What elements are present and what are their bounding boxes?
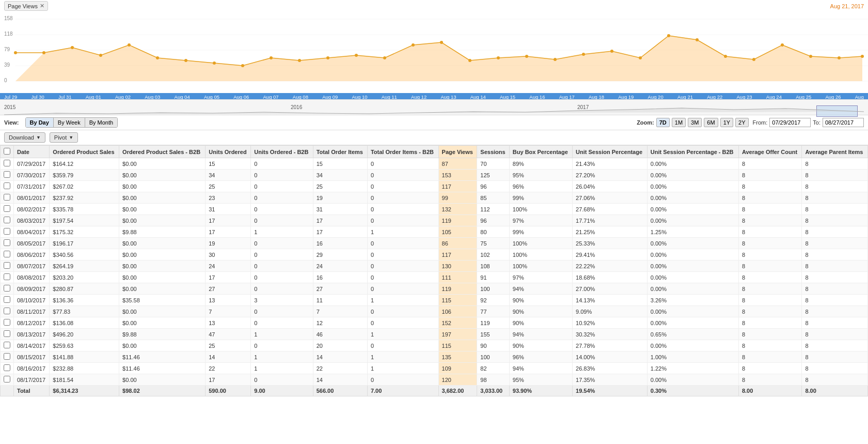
table-cell: 95% (509, 374, 572, 386)
col-total-order-items[interactable]: Total Order Items (313, 146, 367, 158)
table-cell: 12 (313, 317, 367, 329)
table-cell: 100 (477, 283, 509, 295)
svg-point-32 (610, 50, 613, 53)
table-cell: 102 (477, 249, 509, 261)
table-cell: 8 (802, 374, 868, 386)
col-sessions[interactable]: Sessions (477, 146, 509, 158)
table-cell: 27 (313, 283, 367, 295)
table-cell: 8 (738, 249, 801, 261)
table-cell: 8 (802, 181, 868, 192)
from-date-input[interactable] (769, 118, 811, 127)
view-by-day-button[interactable]: By Day (26, 118, 54, 127)
col-average-parent-items[interactable]: Average Parent Items (802, 146, 868, 158)
table-cell: 17 (313, 215, 367, 226)
view-button-group: By Day By Week By Month (25, 117, 118, 128)
to-date-input[interactable] (823, 118, 864, 127)
table-cell: 132 (438, 204, 477, 215)
table-body: 07/29/2017$164.12$0.00150150877089%21.43… (1, 158, 868, 386)
table-cell: 0 (251, 261, 313, 272)
table-cell: 8 (738, 215, 801, 226)
table-cell: 90% (509, 306, 572, 317)
table-cell: 1 (367, 295, 438, 306)
row-checkbox[interactable] (4, 239, 10, 246)
table-cell: 152 (438, 317, 477, 329)
select-all-checkbox-col[interactable] (1, 146, 14, 158)
row-checkbox[interactable] (4, 194, 10, 201)
table-cell: 24 (313, 261, 367, 272)
table-cell: 08/01/2017 (14, 192, 50, 204)
col-date[interactable]: Date (14, 146, 50, 158)
svg-point-31 (582, 53, 585, 56)
row-checkbox[interactable] (4, 330, 10, 337)
col-page-views[interactable]: Page Views (438, 146, 477, 158)
table-cell: 112 (477, 204, 509, 215)
svg-point-29 (525, 55, 528, 58)
row-checkbox[interactable] (4, 376, 10, 382)
table-cell: 100% (509, 204, 572, 215)
row-checkbox[interactable] (4, 228, 10, 235)
col-unit-session-percentage[interactable]: Unit Session Percentage (573, 146, 648, 158)
table-row: 08/13/2017$496.20$9.8847146119715594%30.… (1, 329, 868, 340)
zoom-6m-button[interactable]: 6M (704, 118, 718, 127)
table-cell: 92 (477, 295, 509, 306)
row-checkbox[interactable] (4, 251, 10, 257)
zoom-3m-button[interactable]: 3M (688, 118, 702, 127)
table-cell: 130 (438, 261, 477, 272)
row-checkbox[interactable] (4, 319, 10, 326)
row-checkbox[interactable] (4, 308, 10, 314)
table-cell: 97% (509, 215, 572, 226)
totals-usp-b2b: 0.30% (647, 386, 738, 396)
table-cell: 1 (367, 329, 438, 340)
col-units-ordered-b2b[interactable]: Units Ordered - B2B (251, 146, 313, 158)
col-total-order-items-b2b[interactable]: Total Order Items - B2B (367, 146, 438, 158)
table-cell: 8 (802, 215, 868, 226)
table-cell: 8 (738, 329, 801, 340)
top-bar: Page Views ✕ Aug 21, 2017 (0, 0, 868, 12)
col-units-ordered[interactable]: Units Ordered (206, 146, 251, 158)
table-cell: 0 (251, 249, 313, 261)
close-icon[interactable]: ✕ (40, 3, 44, 9)
pivot-label: Pivot (54, 134, 67, 141)
row-checkbox[interactable] (4, 285, 10, 292)
row-checkbox[interactable] (4, 273, 10, 280)
select-all-checkbox[interactable] (4, 148, 10, 155)
col-buy-box-percentage[interactable]: Buy Box Percentage (509, 146, 572, 158)
table-row: 08/06/2017$340.56$0.00300290117102100%29… (1, 249, 868, 261)
table-cell: 8 (802, 340, 868, 351)
table-cell: 0 (251, 272, 313, 283)
page-views-tag[interactable]: Page Views ✕ (4, 1, 48, 11)
table-row: 08/09/2017$280.87$0.0027027011910094%27.… (1, 283, 868, 295)
table-cell: 8 (802, 283, 868, 295)
zoom-1m-button[interactable]: 1M (672, 118, 686, 127)
totals-api: 8.00 (802, 386, 868, 396)
zoom-2y-button[interactable]: 2Y (735, 118, 748, 127)
table-cell: 155 (477, 329, 509, 340)
row-checkbox[interactable] (4, 262, 10, 269)
zoom-1y-button[interactable]: 1Y (720, 118, 733, 127)
table-cell: 14 (313, 351, 367, 363)
col-ordered-product-sales[interactable]: Ordered Product Sales (50, 146, 119, 158)
pivot-dropdown[interactable]: Pivot ▼ (50, 132, 78, 143)
table-cell: 8 (802, 329, 868, 340)
row-checkbox[interactable] (4, 353, 10, 360)
svg-point-38 (781, 43, 784, 47)
row-checkbox[interactable] (4, 171, 10, 178)
view-by-month-button[interactable]: By Month (85, 118, 117, 127)
row-checkbox[interactable] (4, 160, 10, 166)
download-dropdown[interactable]: Download ▼ (4, 132, 45, 143)
row-checkbox[interactable] (4, 205, 10, 212)
row-checkbox[interactable] (4, 342, 10, 348)
table-cell: 15 (313, 158, 367, 170)
col-average-offer-count[interactable]: Average Offer Count (738, 146, 801, 158)
table-cell: 29.41% (573, 249, 648, 261)
row-checkbox[interactable] (4, 296, 10, 303)
table-cell: 7 (206, 306, 251, 317)
row-checkbox[interactable] (4, 364, 10, 371)
col-unit-session-percentage-b2b[interactable]: Unit Session Percentage - B2B (647, 146, 738, 158)
zoom-7d-button[interactable]: 7D (656, 118, 670, 127)
view-by-week-button[interactable]: By Week (54, 118, 85, 127)
col-ordered-product-sales-b2b[interactable]: Ordered Product Sales - B2B (119, 146, 206, 158)
table-cell: 99 (438, 192, 477, 204)
row-checkbox[interactable] (4, 182, 10, 189)
row-checkbox[interactable] (4, 217, 10, 223)
